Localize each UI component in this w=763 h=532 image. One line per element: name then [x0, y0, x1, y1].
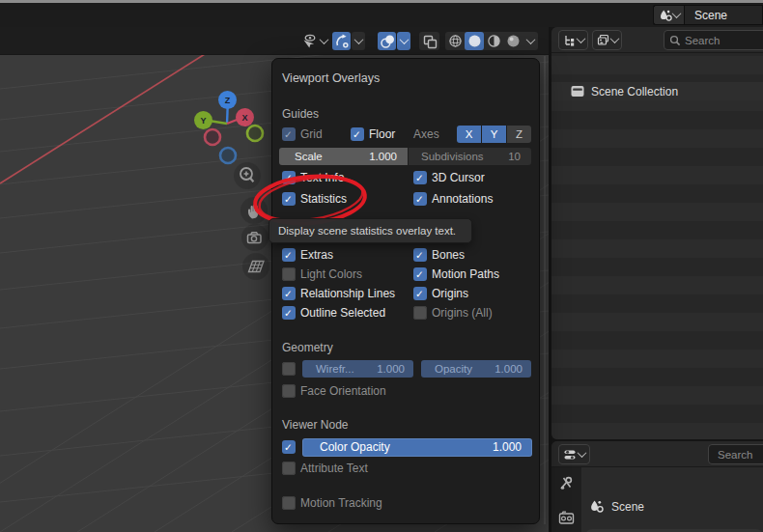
outliner-search[interactable] — [664, 30, 763, 50]
scene-collection-row[interactable]: Scene Collection — [551, 82, 763, 100]
scene-name-field[interactable]: Scene — [684, 5, 763, 25]
floor-checkbox[interactable] — [351, 127, 364, 141]
face-orientation-label: Face Orientation — [300, 384, 386, 398]
origins-all-checkbox[interactable] — [413, 306, 427, 320]
scene-browse-button[interactable] — [653, 5, 684, 25]
wireframe-label: Wirefr... — [316, 360, 354, 378]
face-orientation-checkbox[interactable] — [282, 384, 296, 398]
extras-checkbox[interactable] — [282, 248, 296, 262]
zoom-in-icon — [237, 165, 258, 186]
scale-value: 1.000 — [369, 148, 397, 165]
axis-x-toggle[interactable]: X — [457, 126, 481, 143]
extras-label: Extras — [300, 248, 333, 262]
nav-axis-neg-z — [220, 148, 236, 163]
shading-material-preview-button[interactable] — [484, 32, 503, 50]
camera-icon — [245, 228, 265, 247]
pan-hand-icon — [244, 201, 264, 220]
tab-render[interactable] — [558, 510, 575, 529]
gizmos-dropdown-button[interactable] — [352, 32, 365, 50]
toggle-ortho-button[interactable] — [242, 253, 269, 280]
outliner-search-input[interactable] — [685, 35, 752, 46]
axis-z-label: Z — [225, 96, 231, 105]
wireframe-threshold-slider[interactable]: Wirefr... 1.000 — [302, 360, 413, 378]
camera-view-button[interactable] — [241, 224, 268, 251]
motion-tracking-checkbox[interactable] — [282, 496, 296, 510]
toggle-xray-button[interactable] — [419, 32, 439, 50]
text-info-checkbox[interactable] — [282, 171, 296, 184]
origins-all-label: Origins (All) — [432, 306, 493, 320]
region-edge-line — [544, 56, 546, 524]
properties-content: Scene Format — [581, 467, 763, 532]
relationship-lines-label: Relationship Lines — [300, 287, 395, 300]
visibility-dropdown-button[interactable] — [318, 32, 329, 50]
bones-checkbox[interactable] — [413, 248, 427, 262]
3d-cursor-checkbox[interactable] — [413, 171, 427, 184]
overlays-dropdown-button[interactable] — [397, 32, 410, 50]
grid-checkbox[interactable] — [282, 127, 296, 141]
statistics-tooltip: Display scene statistics overlay text. — [268, 218, 472, 243]
nav-axis-y-ball[interactable]: Y — [194, 111, 212, 129]
show-gizmos-button[interactable] — [332, 32, 351, 50]
color-opacity-label: Color Opacity — [320, 438, 390, 457]
outliner-display-mode-button[interactable] — [592, 30, 622, 50]
nav-axis-z-ball[interactable]: Z — [218, 91, 237, 109]
chevron-down-icon — [671, 9, 681, 18]
properties-search[interactable] — [708, 444, 763, 464]
properties-editor-type-button[interactable] — [558, 444, 590, 464]
collection-icon — [570, 84, 585, 98]
statistics-label: Statistics — [300, 192, 347, 206]
outline-selected-checkbox[interactable] — [282, 306, 296, 320]
opacity-label: Opacity — [435, 360, 472, 378]
scene-icon — [589, 499, 604, 514]
object-type-visibility-button[interactable] — [297, 32, 319, 50]
grid-scale-slider[interactable]: Scale 1.000 — [279, 148, 408, 165]
nav-axis-x-ball[interactable]: X — [236, 108, 254, 126]
chevron-down-icon — [399, 35, 409, 44]
motion-paths-checkbox[interactable] — [413, 267, 427, 281]
viewport-header — [0, 27, 549, 55]
light-colors-checkbox[interactable] — [282, 267, 296, 281]
pan-tool-button[interactable] — [240, 197, 268, 224]
zoom-tool-button[interactable] — [234, 162, 261, 189]
annotations-checkbox[interactable] — [413, 192, 427, 206]
viewport-overlays-popup: Viewport Overlays Guides Grid Floor Axes… — [271, 58, 540, 524]
attribute-text-checkbox[interactable] — [282, 462, 296, 475]
show-overlays-button[interactable] — [378, 32, 396, 50]
scale-label: Scale — [295, 148, 323, 165]
relationship-lines-checkbox[interactable] — [282, 287, 296, 300]
axis-y-toggle[interactable]: Y — [482, 126, 506, 143]
chevron-down-icon — [319, 35, 328, 44]
origins-label: Origins — [432, 287, 468, 300]
grid-label: Grid — [300, 127, 323, 141]
color-opacity-value: 1.000 — [493, 438, 522, 457]
axis-z-toggle[interactable]: Z — [507, 126, 531, 143]
x-axis-line — [0, 54, 205, 183]
origins-checkbox[interactable] — [413, 287, 427, 300]
properties-search-input[interactable] — [718, 449, 763, 461]
outliner-editor-type-button[interactable] — [558, 30, 588, 50]
text-info-label: Text Info — [300, 171, 344, 184]
shading-dropdown-button[interactable] — [523, 32, 538, 50]
tab-tool[interactable] — [558, 475, 575, 494]
shading-mode-group — [445, 32, 538, 50]
wireframe-checkbox[interactable] — [282, 362, 296, 376]
outliner-editor: Scene Collection — [551, 27, 763, 439]
scene-name: Scene — [694, 9, 727, 22]
shading-rendered-button[interactable] — [503, 32, 523, 50]
blender-window: Scene — [0, 0, 763, 532]
window-top-edge — [0, 0, 763, 3]
subdivisions-slider[interactable]: Subdivisions 10 — [409, 148, 531, 165]
3d-cursor-label: 3D Cursor — [432, 171, 485, 184]
shading-wireframe-button[interactable] — [445, 32, 465, 50]
color-opacity-slider[interactable]: Color Opacity 1.000 — [302, 438, 532, 457]
scene-selector[interactable]: Scene — [653, 5, 763, 25]
viewer-color-opacity-checkbox[interactable] — [282, 440, 296, 454]
geometry-opacity-slider[interactable]: Opacity 1.000 — [421, 360, 531, 378]
axes-toggle-group: X Y Z — [457, 126, 531, 143]
breadcrumb-label: Scene — [611, 500, 644, 514]
statistics-checkbox[interactable] — [282, 192, 296, 206]
properties-breadcrumb[interactable]: Scene — [589, 499, 644, 514]
topbar: Scene — [0, 0, 763, 27]
attribute-text-label: Attribute Text — [300, 462, 368, 475]
shading-solid-button[interactable] — [465, 32, 484, 50]
